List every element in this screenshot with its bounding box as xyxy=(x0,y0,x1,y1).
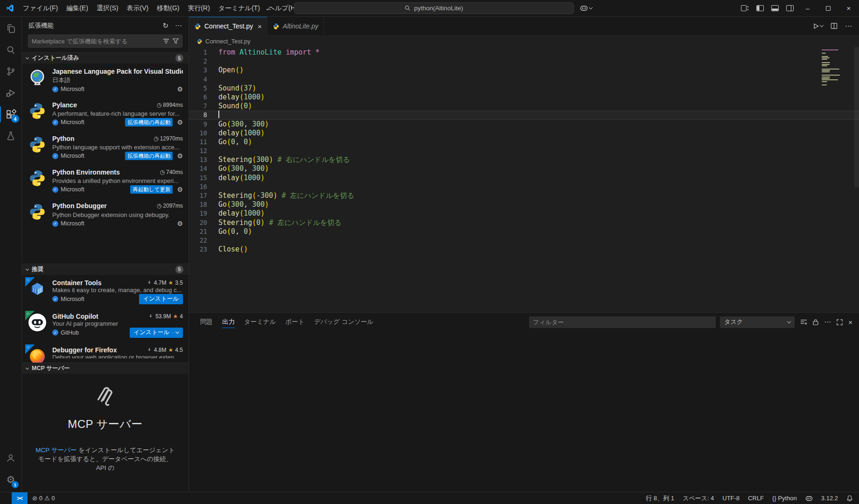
filter-funnel-icon[interactable] xyxy=(173,38,179,44)
extension-item-pylance[interactable]: Pylance ◷8994ms A performant, feature-ri… xyxy=(22,97,189,131)
close-tab-icon[interactable]: × xyxy=(258,22,262,30)
more-actions-icon[interactable]: ⋯ xyxy=(824,318,831,326)
output-filter-input[interactable] xyxy=(533,319,712,326)
editor-scrollbar[interactable] xyxy=(854,47,859,187)
tab-output[interactable]: 出力 xyxy=(217,313,239,331)
tab-altinolite[interactable]: AltinoLite.py xyxy=(267,17,324,35)
tab-ports[interactable]: ポート xyxy=(281,313,309,331)
nav-forward-icon[interactable]: → xyxy=(281,4,288,13)
problems-status[interactable]: ⊘ 0 ⚠ 0 xyxy=(28,495,59,502)
code-line[interactable]: 23Close() xyxy=(189,245,859,254)
restart-extensions-badge[interactable]: 拡張機能の再起動 xyxy=(125,118,173,126)
language-mode[interactable]: {} Python xyxy=(772,495,797,502)
split-editor-icon[interactable] xyxy=(831,22,838,29)
maximize-panel-icon[interactable] xyxy=(837,319,843,325)
tab-debug-console[interactable]: デバッグ コンソール xyxy=(309,313,378,331)
tab-problems[interactable]: 問題 xyxy=(196,313,217,331)
code-line[interactable]: 7Sound(0) xyxy=(189,102,859,111)
menu-selection[interactable]: 選択(S) xyxy=(92,0,123,16)
breadcrumb[interactable]: Connect_Test.py xyxy=(189,35,859,47)
close-panel-icon[interactable]: × xyxy=(848,318,852,326)
code-line[interactable]: 9Go(300, 300) xyxy=(189,120,859,129)
toggle-panel-icon[interactable] xyxy=(768,0,782,16)
command-center[interactable]: python(AltinoLite) xyxy=(294,2,574,14)
output-channel-dropdown[interactable]: タスク xyxy=(720,316,795,328)
extension-item-python-environments[interactable]: Python Environments ◷740ms Provides a un… xyxy=(22,164,189,198)
indentation[interactable]: スペース: 4 xyxy=(683,494,714,503)
notifications-bell-icon[interactable] xyxy=(846,495,853,502)
menu-terminal[interactable]: ターミナル(T) xyxy=(214,0,264,16)
extension-item-python-debugger[interactable]: Python Debugger ◷2097ms Python Debugger … xyxy=(22,198,189,231)
encoding[interactable]: UTF-8 xyxy=(722,495,740,502)
window-minimize-button[interactable]: – xyxy=(797,0,818,16)
accounts-icon[interactable] xyxy=(0,447,21,469)
code-line[interactable]: 21Go(0, 0) xyxy=(189,227,859,236)
extension-item-container-tools[interactable]: ☆ Container Tools 4.7M ★ 3.5 Makes it ea… xyxy=(22,275,189,308)
code-line[interactable]: 12 xyxy=(189,147,859,155)
code-line[interactable]: 22 xyxy=(189,236,859,245)
lock-icon[interactable] xyxy=(813,319,818,325)
extension-item-debugger-firefox[interactable]: ☆ Debugger for Firefox 4.8M ★ 4.5 Debug … xyxy=(22,342,189,363)
section-mcp-servers[interactable]: MCP サーバー xyxy=(22,363,189,374)
code-line[interactable]: 15delay(1000) xyxy=(189,174,859,182)
restart-extensions-badge[interactable]: 拡張機能の再起動 xyxy=(125,152,173,160)
code-line[interactable]: 19delay(1000) xyxy=(189,209,859,218)
cursor-position[interactable]: 行 8、列 1 xyxy=(646,494,674,503)
menu-file[interactable]: ファイル(F) xyxy=(19,0,62,16)
section-recommended[interactable]: 推奨 5 xyxy=(22,264,189,275)
install-split-button[interactable]: インストール xyxy=(130,328,183,338)
tab-connect-test[interactable]: Connect_Test.py × xyxy=(189,17,267,35)
code-line[interactable]: 11Go(0, 0) xyxy=(189,138,859,147)
extension-gear-icon[interactable]: ⚙ xyxy=(177,85,183,93)
install-button[interactable]: インストール xyxy=(139,294,183,304)
copilot-status-icon[interactable] xyxy=(805,495,813,502)
filter-list-icon[interactable] xyxy=(163,38,169,44)
remote-indicator[interactable]: >< xyxy=(12,492,28,504)
source-control-icon[interactable] xyxy=(0,61,21,82)
extension-gear-icon[interactable]: ⚙ xyxy=(177,186,183,193)
code-editor[interactable]: 1from AltinoLite import *23Open()45Sound… xyxy=(189,47,859,312)
code-line[interactable]: 8 xyxy=(189,111,859,119)
minimap[interactable] xyxy=(822,49,852,86)
menu-view[interactable]: 表示(V) xyxy=(123,0,153,16)
toggle-primary-sidebar-icon[interactable] xyxy=(753,0,768,16)
code-line[interactable]: 3Open() xyxy=(189,66,859,75)
section-installed[interactable]: インストール済み 5 xyxy=(22,52,189,63)
code-line[interactable]: 1from AltinoLite import * xyxy=(189,48,859,57)
extension-gear-icon[interactable]: ⚙ xyxy=(177,152,183,160)
menu-edit[interactable]: 編集(E) xyxy=(62,0,92,16)
code-line[interactable]: 4 xyxy=(189,75,859,84)
search-icon[interactable] xyxy=(0,39,21,61)
code-line[interactable]: 5Sound(37) xyxy=(189,84,859,93)
testing-icon[interactable] xyxy=(0,125,21,147)
run-debug-icon[interactable] xyxy=(0,82,21,104)
restart-update-badge[interactable]: 再起動して更新 xyxy=(130,185,173,194)
code-line[interactable]: 13Steering(300) # 右にハンドルを切る xyxy=(189,155,859,164)
settings-gear-icon[interactable]: ⚙ 1 xyxy=(0,469,21,490)
customize-layout-icon[interactable] xyxy=(737,0,753,16)
more-actions-icon[interactable]: ⋯ xyxy=(845,22,852,30)
extension-item-japanese-pack[interactable]: Japanese Language Pack for Visual Studio… xyxy=(22,63,189,97)
menu-run[interactable]: 実行(R) xyxy=(183,0,214,16)
extension-gear-icon[interactable]: ⚙ xyxy=(177,220,183,227)
window-restore-button[interactable] xyxy=(818,0,838,16)
window-close-button[interactable]: × xyxy=(838,0,859,16)
run-python-file-button[interactable] xyxy=(813,23,823,29)
code-line[interactable]: 18Go(300, 300) xyxy=(189,200,859,209)
eol-sequence[interactable]: CRLF xyxy=(748,495,764,502)
extension-item-github-copilot[interactable]: ☆ GitHub Copilot 53.9M ★ 4 Your AI pair … xyxy=(22,308,189,342)
code-line[interactable]: 2 xyxy=(189,57,859,66)
copilot-menu[interactable] xyxy=(580,0,592,16)
code-line[interactable]: 14Go(300, 300) xyxy=(189,164,859,173)
explorer-icon[interactable] xyxy=(0,18,21,39)
clear-output-icon[interactable] xyxy=(800,319,807,325)
code-line[interactable]: 10delay(1000) xyxy=(189,129,859,138)
code-line[interactable]: 20Steering(0) # 左にハンドルを切る xyxy=(189,218,859,227)
code-line[interactable]: 6delay(1000) xyxy=(189,93,859,102)
extensions-search-input[interactable] xyxy=(32,38,160,45)
code-line[interactable]: 17Steering(-300) # 左にハンドルを切る xyxy=(189,191,859,200)
tab-terminal[interactable]: ターミナル xyxy=(239,313,281,331)
toggle-secondary-sidebar-icon[interactable] xyxy=(782,0,797,16)
python-version[interactable]: 3.12.2 xyxy=(821,495,838,502)
extensions-icon[interactable]: 4 xyxy=(0,104,21,125)
